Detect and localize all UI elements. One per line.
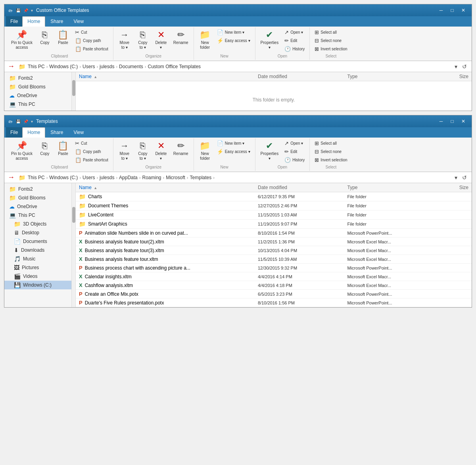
- file-row-0[interactable]: 📁 Charts 6/12/2017 9:35 PM File folder: [76, 192, 472, 201]
- address-refresh-button-1[interactable]: ↺: [461, 63, 468, 71]
- col-type-1[interactable]: Type: [347, 74, 437, 79]
- sidebar-item-windows-c[interactable]: 💾 Windows (C:): [4, 281, 75, 289]
- col-date-1[interactable]: Date modified: [258, 74, 347, 79]
- paste-shortcut-button-2[interactable]: 📋 Paste shortcut: [73, 156, 111, 164]
- invert-selection-button-2[interactable]: ⊠ Invert selection: [312, 156, 349, 164]
- pin-to-quick-access-button-1[interactable]: 📌 Pin to Quickaccess: [8, 28, 35, 52]
- edit-button-1[interactable]: ✏ Edit: [282, 36, 307, 45]
- open-button-1[interactable]: ↗ Open ▾: [282, 28, 307, 36]
- new-item-button-1[interactable]: 📄 New item ▾: [215, 28, 253, 36]
- properties-button-1[interactable]: ✔ Properties▾: [258, 28, 282, 52]
- path2-segment-8[interactable]: Templates: [190, 175, 212, 180]
- address-dropdown-button-1[interactable]: ▾: [453, 63, 459, 71]
- sidebar-item-desktop[interactable]: 🖥 Desktop: [4, 228, 75, 237]
- file-row-10[interactable]: X Cashflow analysis.xltm 4/4/2016 4:18 P…: [76, 281, 472, 290]
- rename-button-2[interactable]: ✏ Rename: [171, 139, 191, 158]
- col-date-2[interactable]: Date modified: [258, 185, 347, 190]
- cut-button-2[interactable]: ✂ Cut: [73, 139, 111, 147]
- sidebar-item-thispc-2[interactable]: 💻 This PC: [4, 211, 75, 220]
- path2-segment-7[interactable]: Microsoft: [166, 175, 185, 180]
- move-to-button-2[interactable]: → Moveto ▾: [116, 139, 133, 163]
- sidebar-scrollbar-1[interactable]: [71, 72, 75, 111]
- easy-access-button-1[interactable]: ⚡ Easy access ▾: [215, 36, 253, 45]
- delete-button-2[interactable]: ✕ Delete▾: [152, 139, 170, 163]
- tab-view-1[interactable]: View: [68, 16, 89, 27]
- sidebar-item-music[interactable]: 🎵 Music: [4, 255, 75, 263]
- path2-segment-6[interactable]: Roaming: [142, 175, 161, 180]
- open-button-2[interactable]: ↗ Open ▾: [282, 139, 307, 147]
- select-all-button-1[interactable]: ⊞ Select all: [312, 28, 349, 36]
- address-refresh-button-2[interactable]: ↺: [461, 174, 468, 182]
- restore-button-2[interactable]: □: [447, 117, 457, 125]
- copy-path-button-1[interactable]: 📋 Copy path: [73, 36, 111, 45]
- invert-selection-button-1[interactable]: ⊠ Invert selection: [312, 45, 349, 53]
- path2-segment-4[interactable]: julesds: [100, 175, 114, 180]
- new-item-button-2[interactable]: 📄 New item ▾: [215, 139, 253, 147]
- cut-button-1[interactable]: ✂ Cut: [73, 28, 111, 36]
- select-none-button-2[interactable]: ⊟ Select none: [312, 147, 349, 156]
- path-segment-1[interactable]: This PC: [28, 64, 45, 69]
- move-to-button-1[interactable]: → Moveto ▾: [116, 28, 133, 52]
- file-row-11[interactable]: P Create an Office Mix.potx 6/5/2015 3:2…: [76, 290, 472, 299]
- paste-button-2[interactable]: 📋 Paste: [54, 139, 72, 158]
- edit-button-2[interactable]: ✏ Edit: [282, 147, 307, 156]
- sidebar-item-3dobjects[interactable]: 📁 3D Objects: [4, 220, 75, 228]
- path2-segment-2[interactable]: Windows (C:): [49, 175, 78, 180]
- select-none-button-1[interactable]: ⊟ Select none: [312, 36, 349, 45]
- properties-button-2[interactable]: ✔ Properties▾: [258, 139, 282, 163]
- file-row-12[interactable]: P Duarte's Five Rules presentation.potx …: [76, 299, 472, 307]
- restore-button-1[interactable]: □: [447, 6, 457, 14]
- rename-button-1[interactable]: ✏ Rename: [171, 28, 191, 47]
- sidebar-item-onedrive-2[interactable]: ☁ OneDrive: [4, 202, 75, 211]
- tab-home-2[interactable]: Home: [22, 127, 45, 138]
- close-button-2[interactable]: ✕: [458, 117, 468, 125]
- path-segment-3[interactable]: Users: [83, 64, 95, 69]
- history-button-2[interactable]: 🕐 History: [282, 156, 307, 164]
- new-folder-button-2[interactable]: 📁 Newfolder: [196, 139, 214, 163]
- file-row-6[interactable]: X Business analysis feature tour(3).xltm…: [76, 246, 472, 255]
- path-segment-2[interactable]: Windows (C:): [49, 64, 78, 69]
- copy-path-button-2[interactable]: 📋 Copy path: [73, 147, 111, 156]
- file-row-2[interactable]: 📁 LiveContent 11/15/2015 1:03 AM File fo…: [76, 210, 472, 220]
- sidebar-item-goldblooms-1[interactable]: 📁 Gold Blooms: [4, 82, 75, 91]
- delete-button-1[interactable]: ✕ Delete▾: [152, 28, 170, 52]
- sidebar-item-downloads[interactable]: ⬇ Downloads: [4, 246, 75, 255]
- tab-view-2[interactable]: View: [68, 127, 89, 138]
- copy-button-2[interactable]: ⎘ Copy: [36, 139, 54, 158]
- col-type-2[interactable]: Type: [347, 185, 437, 190]
- tab-share-1[interactable]: Share: [45, 16, 68, 27]
- path-segment-6[interactable]: Custom Office Templates: [148, 64, 201, 69]
- sidebar-scrollbar-2[interactable]: [71, 183, 75, 307]
- sidebar-item-fonts2-1[interactable]: 📁 Fonts2: [4, 74, 75, 82]
- path-segment-4[interactable]: julesds: [100, 64, 114, 69]
- paste-button-1[interactable]: 📋 Paste: [54, 28, 72, 47]
- file-row-4[interactable]: P Animation slide Numbers slide in on cu…: [76, 229, 472, 237]
- path-segment-5[interactable]: Documents: [119, 64, 143, 69]
- file-row-1[interactable]: 📁 Document Themes 12/27/2015 2:46 PM Fil…: [76, 201, 472, 210]
- paste-shortcut-button-1[interactable]: 📋 Paste shortcut: [73, 45, 111, 53]
- sidebar-item-onedrive-1[interactable]: ☁ OneDrive: [4, 91, 75, 100]
- tab-file-1[interactable]: File: [6, 16, 22, 27]
- col-name-2[interactable]: Name ▲: [79, 185, 258, 190]
- tab-file-2[interactable]: File: [6, 127, 22, 138]
- file-row-3[interactable]: 📁 SmartArt Graphics 11/19/2015 9:07 PM F…: [76, 220, 472, 229]
- minimize-button-2[interactable]: ─: [436, 117, 446, 125]
- col-size-1[interactable]: Size: [437, 74, 468, 79]
- sidebar-item-fonts2-2[interactable]: 📁 Fonts2: [4, 185, 75, 193]
- sidebar-item-pictures[interactable]: 🖼 Pictures: [4, 263, 75, 272]
- history-button-1[interactable]: 🕐 History: [282, 45, 307, 53]
- select-all-button-2[interactable]: ⊞ Select all: [312, 139, 349, 147]
- copy-to-button-1[interactable]: ⎘ Copyto ▾: [134, 28, 152, 52]
- copy-button-1[interactable]: ⎘ Copy: [36, 28, 54, 47]
- sidebar-item-documents[interactable]: 📄 Documents: [4, 237, 75, 246]
- minimize-button-1[interactable]: ─: [436, 6, 446, 14]
- sidebar-item-thispc-1[interactable]: 💻 This PC: [4, 100, 75, 109]
- easy-access-button-2[interactable]: ⚡ Easy access ▾: [215, 147, 253, 156]
- tab-home-1[interactable]: Home: [22, 16, 45, 27]
- address-dropdown-button-2[interactable]: ▾: [453, 174, 459, 182]
- file-row-5[interactable]: X Business analysis feature tour(2).xltm…: [76, 237, 472, 246]
- sidebar-item-videos[interactable]: 🎬 Videos: [4, 272, 75, 281]
- path2-segment-3[interactable]: Users: [83, 175, 95, 180]
- col-name-1[interactable]: Name ▲: [79, 74, 258, 79]
- pin-to-quick-access-button-2[interactable]: 📌 Pin to Quickaccess: [8, 139, 35, 163]
